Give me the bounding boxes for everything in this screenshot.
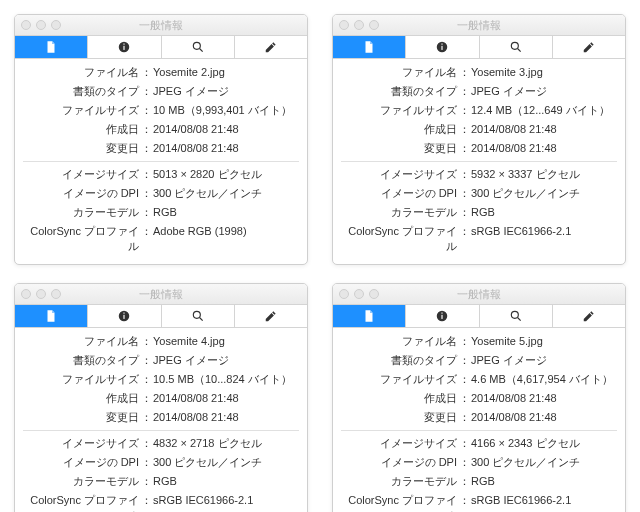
pencil-icon <box>264 40 278 54</box>
divider <box>341 430 617 431</box>
label-imgsize: イメージサイズ <box>23 436 139 451</box>
value-modified: 2014/08/08 21:48 <box>471 411 617 423</box>
svg-point-3 <box>193 42 200 49</box>
label-created: 作成日 <box>23 391 139 406</box>
close-icon[interactable] <box>21 20 31 30</box>
value-colorsync: sRGB IEC61966-2.1 <box>471 494 617 506</box>
label-colorsync: ColorSync プロファイル <box>341 224 457 254</box>
label-filesize: ファイルサイズ <box>23 103 139 118</box>
info-row-filename: ファイル名：Yosemite 3.jpg <box>341 63 617 82</box>
info-row-colormodel: カラーモデル：RGB <box>23 472 299 491</box>
label-doctype: 書類のタイプ <box>341 84 457 99</box>
tab-edit[interactable] <box>235 305 307 327</box>
value-imgsize: 5013 × 2820 ピクセル <box>153 167 299 182</box>
minimize-icon[interactable] <box>36 20 46 30</box>
titlebar[interactable]: 一般情報 <box>333 15 625 36</box>
tab-edit[interactable] <box>235 36 307 58</box>
minimize-icon[interactable] <box>36 289 46 299</box>
label-doctype: 書類のタイプ <box>23 353 139 368</box>
zoom-icon[interactable] <box>51 289 61 299</box>
info-row-colormodel: カラーモデル：RGB <box>341 472 617 491</box>
tab-info[interactable] <box>406 36 479 58</box>
info-row-filesize: ファイルサイズ：12.4 MB（12...649 バイト） <box>341 101 617 120</box>
zoom-icon[interactable] <box>369 289 379 299</box>
value-modified: 2014/08/08 21:48 <box>153 411 299 423</box>
titlebar[interactable]: 一般情報 <box>333 284 625 305</box>
zoom-icon[interactable] <box>51 20 61 30</box>
svg-rect-11 <box>124 315 125 319</box>
tab-general[interactable] <box>15 305 88 327</box>
value-dpi: 300 ピクセル／インチ <box>471 455 617 470</box>
info-row-dpi: イメージの DPI：300 ピクセル／インチ <box>341 184 617 203</box>
file-icon <box>44 40 58 54</box>
info-row-imgsize: イメージサイズ：4166 × 2343 ピクセル <box>341 434 617 453</box>
info-row-colorsync: ColorSync プロファイル：sRGB IEC61966-2.1 <box>23 491 299 512</box>
info-row-imgsize: イメージサイズ：4832 × 2718 ピクセル <box>23 434 299 453</box>
info-row-filename: ファイル名：Yosemite 4.jpg <box>23 332 299 351</box>
value-colormodel: RGB <box>153 206 299 218</box>
titlebar[interactable]: 一般情報 <box>15 15 307 36</box>
value-filesize: 4.6 MB（4,617,954 バイト） <box>471 372 617 387</box>
info-row-created: 作成日：2014/08/08 21:48 <box>341 389 617 408</box>
value-colorsync: Adobe RGB (1998) <box>153 225 299 237</box>
info-icon <box>117 40 131 54</box>
svg-line-14 <box>199 318 202 321</box>
label-filesize: ファイルサイズ <box>341 372 457 387</box>
label-dpi: イメージの DPI <box>23 186 139 201</box>
close-icon[interactable] <box>339 289 349 299</box>
label-created: 作成日 <box>23 122 139 137</box>
svg-rect-12 <box>124 313 125 314</box>
tab-info[interactable] <box>88 305 161 327</box>
tab-general[interactable] <box>333 305 406 327</box>
info-window: 一般情報ファイル名：Yosemite 3.jpg書類のタイプ：JPEG イメージ… <box>332 14 626 265</box>
file-icon <box>44 309 58 323</box>
label-colormodel: カラーモデル <box>23 205 139 220</box>
value-colorsync: sRGB IEC61966-2.1 <box>153 494 299 506</box>
pencil-icon <box>582 40 596 54</box>
value-doctype: JPEG イメージ <box>471 84 617 99</box>
label-filename: ファイル名 <box>23 65 139 80</box>
svg-line-4 <box>199 49 202 52</box>
search-icon <box>191 40 205 54</box>
label-created: 作成日 <box>341 122 457 137</box>
label-doctype: 書類のタイプ <box>23 84 139 99</box>
minimize-icon[interactable] <box>354 289 364 299</box>
tabs <box>15 36 307 59</box>
label-filesize: ファイルサイズ <box>23 372 139 387</box>
info-row-doctype: 書類のタイプ：JPEG イメージ <box>341 82 617 101</box>
minimize-icon[interactable] <box>354 20 364 30</box>
label-imgsize: イメージサイズ <box>341 436 457 451</box>
tab-general[interactable] <box>333 36 406 58</box>
value-imgsize: 4832 × 2718 ピクセル <box>153 436 299 451</box>
value-filename: Yosemite 4.jpg <box>153 335 299 347</box>
tab-search[interactable] <box>162 305 235 327</box>
label-colormodel: カラーモデル <box>341 474 457 489</box>
close-icon[interactable] <box>339 20 349 30</box>
tab-search[interactable] <box>480 305 553 327</box>
info-row-modified: 変更日：2014/08/08 21:48 <box>23 139 299 158</box>
tab-edit[interactable] <box>553 305 625 327</box>
tab-info[interactable] <box>88 36 161 58</box>
tab-info[interactable] <box>406 305 479 327</box>
zoom-icon[interactable] <box>369 20 379 30</box>
info-row-colormodel: カラーモデル：RGB <box>23 203 299 222</box>
info-row-colorsync: ColorSync プロファイル：Adobe RGB (1998) <box>23 222 299 256</box>
titlebar[interactable]: 一般情報 <box>15 284 307 305</box>
info-row-dpi: イメージの DPI：300 ピクセル／インチ <box>23 184 299 203</box>
value-colorsync: sRGB IEC61966-2.1 <box>471 225 617 237</box>
tab-edit[interactable] <box>553 36 625 58</box>
info-row-doctype: 書類のタイプ：JPEG イメージ <box>23 82 299 101</box>
value-dpi: 300 ピクセル／インチ <box>471 186 617 201</box>
value-dpi: 300 ピクセル／インチ <box>153 455 299 470</box>
close-icon[interactable] <box>21 289 31 299</box>
tab-search[interactable] <box>162 36 235 58</box>
info-body: ファイル名：Yosemite 2.jpg書類のタイプ：JPEG イメージファイル… <box>15 59 307 264</box>
label-colorsync: ColorSync プロファイル <box>23 224 139 254</box>
label-filename: ファイル名 <box>23 334 139 349</box>
info-row-filesize: ファイルサイズ：4.6 MB（4,617,954 バイト） <box>341 370 617 389</box>
tab-search[interactable] <box>480 36 553 58</box>
value-created: 2014/08/08 21:48 <box>471 123 617 135</box>
tabs <box>333 36 625 59</box>
tab-general[interactable] <box>15 36 88 58</box>
svg-rect-6 <box>442 46 443 50</box>
